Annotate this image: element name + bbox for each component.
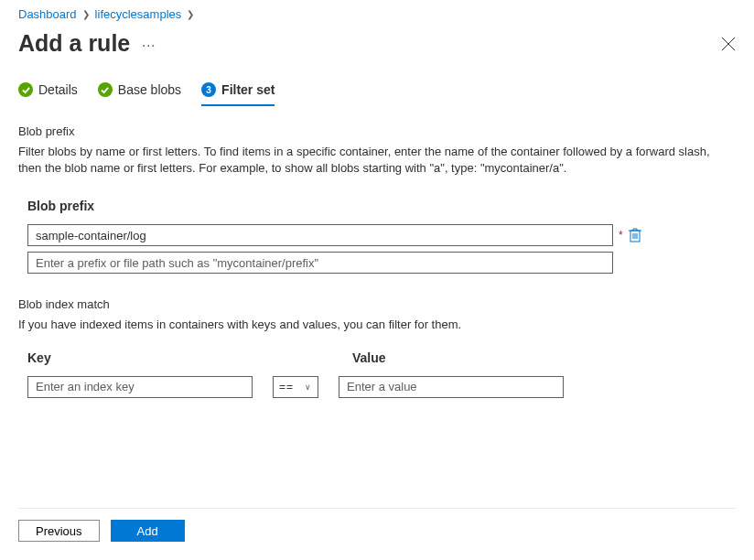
step-details[interactable]: Details — [18, 82, 78, 104]
step-filter-set[interactable]: 3 Filter set — [201, 82, 275, 106]
blob-prefix-field-label: Blob prefix — [18, 177, 736, 224]
blob-prefix-input-1[interactable] — [27, 224, 613, 246]
chevron-right-icon: ❯ — [187, 9, 194, 19]
blob-prefix-description: Filter blobs by name or first letters. T… — [18, 144, 736, 177]
blob-prefix-heading: Blob prefix — [18, 124, 736, 144]
previous-button[interactable]: Previous — [18, 520, 100, 542]
breadcrumb: Dashboard ❯ lifecyclesamples ❯ — [18, 0, 736, 21]
wizard-footer: Previous Add — [18, 508, 736, 542]
more-actions-button[interactable]: … — [141, 34, 156, 54]
step-label: Details — [38, 82, 78, 97]
delete-icon[interactable] — [629, 228, 641, 242]
breadcrumb-dashboard[interactable]: Dashboard — [18, 7, 77, 21]
wizard-steps: Details Base blobs 3 Filter set — [18, 57, 736, 106]
chevron-down-icon: ∨ — [305, 382, 312, 392]
chevron-right-icon: ❯ — [82, 9, 90, 19]
breadcrumb-lifecyclesamples[interactable]: lifecyclesamples — [95, 7, 182, 21]
check-icon — [98, 82, 113, 97]
page-title: Add a rule — [18, 30, 130, 57]
blob-index-heading: Blob index match — [18, 297, 736, 317]
index-value-input[interactable] — [339, 376, 564, 398]
required-indicator: * — [619, 229, 623, 242]
blob-prefix-input-2[interactable] — [27, 252, 613, 274]
step-label: Filter set — [221, 82, 275, 97]
check-icon — [18, 82, 33, 97]
step-label: Base blobs — [118, 82, 181, 97]
value-column-header: Value — [352, 350, 386, 365]
add-button[interactable]: Add — [111, 520, 185, 542]
key-column-header: Key — [27, 350, 352, 365]
operator-select[interactable]: == ∨ — [273, 376, 318, 398]
step-number-badge: 3 — [201, 82, 216, 97]
step-base-blobs[interactable]: Base blobs — [98, 82, 181, 104]
index-key-input[interactable] — [27, 376, 253, 398]
operator-value: == — [279, 381, 294, 393]
close-icon[interactable] — [721, 37, 736, 51]
blob-index-description: If you have indexed items in containers … — [18, 317, 736, 333]
